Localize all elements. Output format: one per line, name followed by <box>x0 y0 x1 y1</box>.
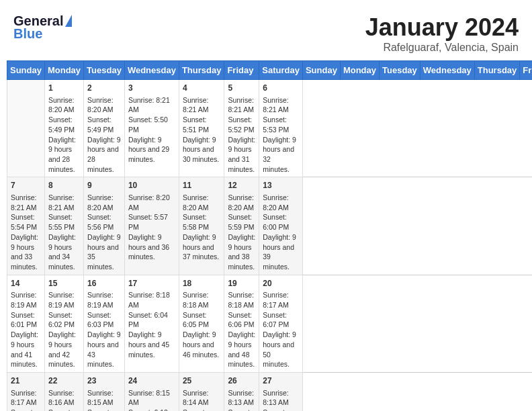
day-number: 17 <box>128 278 175 289</box>
sunrise-text: Sunrise: 8:13 AM <box>263 388 299 408</box>
daylight-text: Daylight: 9 hours and 42 minutes. <box>48 330 80 369</box>
day-number: 19 <box>228 278 255 289</box>
calendar-cell: 21Sunrise: 8:17 AMSunset: 6:08 PMDayligh… <box>7 372 45 411</box>
sunset-text: Sunset: 6:13 PM <box>183 408 221 411</box>
calendar-cell <box>7 80 45 177</box>
title-block: January 2024 Rafelguaraf, Valencia, Spai… <box>365 13 519 54</box>
sunrise-text: Sunrise: 8:21 AM <box>183 95 221 115</box>
daylight-text: Daylight: 9 hours and 31 minutes. <box>228 135 255 175</box>
calendar-cell: 22Sunrise: 8:16 AMSunset: 6:09 PMDayligh… <box>44 372 83 411</box>
page-header: General Blue January 2024 Rafelguaraf, V… <box>7 7 525 57</box>
sunrise-text: Sunrise: 8:19 AM <box>48 290 80 310</box>
sunset-text: Sunset: 5:50 PM <box>128 115 175 134</box>
calendar-cell: 9Sunrise: 8:20 AMSunset: 5:56 PMDaylight… <box>84 177 125 275</box>
daylight-text: Daylight: 9 hours and 38 minutes. <box>228 232 255 272</box>
calendar-cell: 3Sunrise: 8:21 AMSunset: 5:50 PMDaylight… <box>124 80 179 177</box>
day-number: 15 <box>48 278 80 289</box>
day-number: 8 <box>48 180 80 191</box>
day-number: 5 <box>228 83 255 94</box>
calendar-week-row: 14Sunrise: 8:19 AMSunset: 6:01 PMDayligh… <box>7 275 533 372</box>
daylight-text: Daylight: 9 hours and 32 minutes. <box>263 135 299 175</box>
day-number: 21 <box>11 375 41 387</box>
sunset-text: Sunset: 6:09 PM <box>48 408 80 411</box>
sunset-text: Sunset: 6:10 PM <box>87 408 121 411</box>
sunset-text: Sunset: 6:00 PM <box>263 212 299 232</box>
calendar-cell: 26Sunrise: 8:13 AMSunset: 6:14 PMDayligh… <box>224 372 259 411</box>
daylight-text: Daylight: 9 hours and 35 minutes. <box>87 232 121 272</box>
sunset-text: Sunset: 5:54 PM <box>11 212 41 232</box>
sunset-text: Sunset: 6:04 PM <box>128 310 175 330</box>
sunset-text: Sunset: 6:02 PM <box>48 310 80 330</box>
sunset-text: Sunset: 6:14 PM <box>228 408 255 411</box>
daylight-text: Daylight: 9 hours and 33 minutes. <box>11 232 41 272</box>
day-number: 25 <box>183 375 221 387</box>
sunset-text: Sunset: 5:49 PM <box>48 115 80 134</box>
day-number: 7 <box>11 180 41 191</box>
daylight-text: Daylight: 9 hours and 39 minutes. <box>263 232 299 272</box>
calendar-cell: 5Sunrise: 8:21 AMSunset: 5:52 PMDaylight… <box>224 80 259 177</box>
sunrise-text: Sunrise: 8:19 AM <box>87 290 121 310</box>
sunrise-text: Sunrise: 8:14 AM <box>183 388 221 408</box>
calendar-cell: 4Sunrise: 8:21 AMSunset: 5:51 PMDaylight… <box>179 80 224 177</box>
day-number: 9 <box>87 180 121 191</box>
sunrise-text: Sunrise: 8:20 AM <box>87 95 121 115</box>
sunset-text: Sunset: 6:12 PM <box>128 408 175 411</box>
day-number: 24 <box>128 375 175 387</box>
sunrise-text: Sunrise: 8:21 AM <box>228 95 255 115</box>
day-number: 3 <box>128 83 175 94</box>
sunset-text: Sunset: 6:06 PM <box>228 310 255 330</box>
calendar-cell: 20Sunrise: 8:17 AMSunset: 6:07 PMDayligh… <box>259 275 303 372</box>
sunset-text: Sunset: 6:07 PM <box>263 310 299 330</box>
calendar-table: SundayMondayTuesdayWednesdayThursdayFrid… <box>7 60 532 411</box>
sunset-text: Sunset: 5:56 PM <box>87 212 121 232</box>
sunset-text: Sunset: 6:01 PM <box>11 310 41 330</box>
calendar-cell: 13Sunrise: 8:20 AMSunset: 6:00 PMDayligh… <box>259 177 303 275</box>
sunrise-text: Sunrise: 8:18 AM <box>228 290 255 310</box>
sunrise-text: Sunrise: 8:20 AM <box>128 193 175 212</box>
day-number: 1 <box>48 83 80 94</box>
sunrise-text: Sunrise: 8:20 AM <box>48 95 80 115</box>
day-number: 27 <box>263 375 299 387</box>
weekday-header-monday: Monday <box>340 61 379 80</box>
calendar-week-row: 7Sunrise: 8:21 AMSunset: 5:54 PMDaylight… <box>7 177 533 275</box>
weekday-header-thursday: Thursday <box>474 61 520 80</box>
sunrise-text: Sunrise: 8:13 AM <box>228 388 255 408</box>
sunset-text: Sunset: 6:08 PM <box>11 408 41 411</box>
calendar-cell: 10Sunrise: 8:20 AMSunset: 5:57 PMDayligh… <box>124 177 179 275</box>
sunset-text: Sunset: 5:58 PM <box>183 212 221 232</box>
day-number: 16 <box>87 278 121 289</box>
sunrise-text: Sunrise: 8:18 AM <box>183 290 221 310</box>
calendar-week-row: 1Sunrise: 8:20 AMSunset: 5:49 PMDaylight… <box>7 80 533 177</box>
day-number: 10 <box>128 180 175 191</box>
daylight-text: Daylight: 9 hours and 41 minutes. <box>11 330 41 369</box>
sunset-text: Sunset: 5:59 PM <box>228 212 255 232</box>
logo: General Blue <box>13 13 72 42</box>
daylight-text: Daylight: 9 hours and 28 minutes. <box>87 135 121 175</box>
day-number: 22 <box>48 375 80 387</box>
header-wednesday: Wednesday <box>124 61 179 80</box>
header-sunday: Sunday <box>7 61 45 80</box>
sunrise-text: Sunrise: 8:15 AM <box>87 388 121 408</box>
calendar-cell: 6Sunrise: 8:21 AMSunset: 5:53 PMDaylight… <box>259 80 303 177</box>
calendar-cell: 24Sunrise: 8:15 AMSunset: 6:12 PMDayligh… <box>124 372 179 411</box>
day-number: 26 <box>228 375 255 387</box>
daylight-text: Daylight: 9 hours and 37 minutes. <box>183 232 221 262</box>
day-number: 12 <box>228 180 255 191</box>
day-number: 20 <box>263 278 299 289</box>
sunset-text: Sunset: 6:05 PM <box>183 310 221 330</box>
header-friday: Friday <box>224 61 259 80</box>
calendar-cell: 27Sunrise: 8:13 AMSunset: 6:15 PMDayligh… <box>259 372 303 411</box>
sunrise-text: Sunrise: 8:21 AM <box>128 95 175 115</box>
weekday-header-tuesday: Tuesday <box>380 61 420 80</box>
sunrise-text: Sunrise: 8:15 AM <box>128 388 175 408</box>
weekday-header-sunday: Sunday <box>302 61 340 80</box>
calendar-cell: 14Sunrise: 8:19 AMSunset: 6:01 PMDayligh… <box>7 275 45 372</box>
sunrise-text: Sunrise: 8:20 AM <box>263 193 299 212</box>
day-number: 4 <box>183 83 221 94</box>
sunrise-text: Sunrise: 8:20 AM <box>87 193 121 212</box>
calendar-cell: 16Sunrise: 8:19 AMSunset: 6:03 PMDayligh… <box>84 275 125 372</box>
daylight-text: Daylight: 9 hours and 34 minutes. <box>48 232 80 272</box>
calendar-cell: 15Sunrise: 8:19 AMSunset: 6:02 PMDayligh… <box>44 275 83 372</box>
sunset-text: Sunset: 6:15 PM <box>263 408 299 411</box>
header-thursday: Thursday <box>179 61 224 80</box>
